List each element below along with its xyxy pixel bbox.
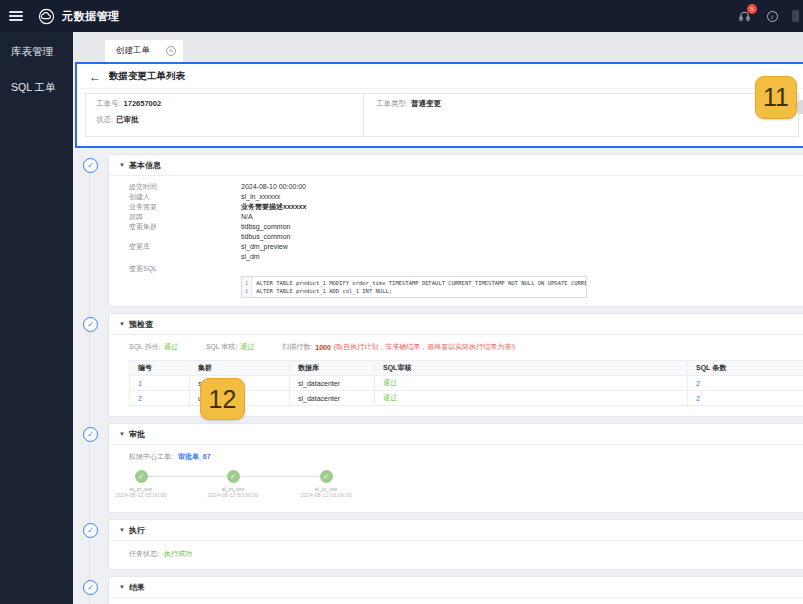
field-value: tidbsg_common <box>241 222 290 232</box>
field-label: 变更库 <box>129 242 241 252</box>
review-result-cell: 通过 <box>383 379 397 386</box>
approved-check-icon: ✓ <box>135 470 148 483</box>
clipped-element <box>797 100 803 114</box>
page-title: 数据变更工单列表 <box>109 70 185 83</box>
column-header: 集群 <box>190 361 290 376</box>
sql-line-number: 1 <box>245 279 248 287</box>
step-check-icon: ✓ <box>83 427 98 442</box>
som-marker-12: 12 <box>200 378 245 420</box>
tab-close-icon[interactable]: × <box>166 46 176 56</box>
column-header: 编号 <box>130 361 190 376</box>
sql-code-viewer[interactable]: 1 2 ALTER TABLE product_1 MODIFY order_t… <box>241 276 587 298</box>
field-value: tidbus_common <box>241 232 792 242</box>
order-type-value: 普通变更 <box>411 99 441 108</box>
status-label: 状态: <box>96 115 113 124</box>
sql-field-label: 变更SQL <box>129 264 241 274</box>
order-type-label: 工单类型: <box>376 99 408 108</box>
top-bar: 元数据管理 5 i <box>0 0 803 32</box>
collapse-icon: ▼ <box>119 431 125 437</box>
approval-step: ✓ sl_in_xxx 2024-08-12 00:00:00 <box>96 470 186 499</box>
tab-create-ticket[interactable]: 创建工单 × <box>105 40 183 62</box>
task-status-value: 执行成功 <box>164 550 192 557</box>
sidebar-item-table-management[interactable]: 库表管理 <box>0 36 73 68</box>
row-index-link[interactable]: 2 <box>138 395 142 402</box>
step-check-icon: ✓ <box>83 523 98 538</box>
permission-ticket-label: 权限中心工单: <box>129 453 173 460</box>
section-result-header[interactable]: ▼结果 <box>109 577 803 598</box>
sql-line: ALTER TABLE product_1 ADD col_1 INT NULL… <box>256 287 582 295</box>
row-index-link[interactable]: 1 <box>138 380 142 387</box>
approval-step: ✓ sl_in_xxx 2024-08-12 00:00:00 <box>281 470 371 499</box>
sidebar-item-sql-ticket[interactable]: SQL 工单 <box>0 72 73 104</box>
approval-ticket-link[interactable]: 审批单_67 <box>178 453 211 460</box>
field-label: 提交时间 <box>129 182 241 192</box>
scan-rows-note: (取自执行计划，非准确结果，最终要以实际执行结果为准!) <box>334 342 516 352</box>
tab-label: 创建工单 <box>116 45 150 57</box>
step-check-icon: ✓ <box>83 158 98 173</box>
table-header-row: 编号 集群 数据库 SQL审核 SQL 条数 <box>130 361 803 376</box>
approval-flow: ✓ sl_in_xxx 2024-08-12 00:00:00 ✓ sl_in_… <box>129 470 369 504</box>
collapse-icon: ▼ <box>119 584 125 590</box>
order-no-value: 172657002 <box>124 99 162 108</box>
field-value: N/A <box>241 212 253 222</box>
collapse-icon: ▼ <box>119 162 125 168</box>
sql-split-label: SQL 拆分: <box>129 342 161 352</box>
field-label: 创建人 <box>129 192 241 202</box>
collapse-icon: ▼ <box>119 527 125 533</box>
order-no-label: 工单号: <box>96 99 121 108</box>
som-marker-11: 11 <box>755 76 797 119</box>
scan-rows-label: 扫描行数: <box>282 342 312 352</box>
approval-time: 2024-08-12 00:00:00 <box>188 492 278 499</box>
section-approval: ✓ ▼审批 权限中心工单: 审批单_67 ✓ sl_in_xxx 2024-08… <box>108 423 803 513</box>
notification-icon[interactable]: 5 <box>736 8 752 24</box>
sql-review-label: SQL 审核: <box>206 342 238 352</box>
column-header: SQL 条数 <box>688 361 803 376</box>
sections-timeline: ✓ ▼基本信息 提交时间2024-08-10 00:00:00 创建人sl_in… <box>75 154 803 604</box>
section-basic-header[interactable]: ▼基本信息 <box>109 155 803 176</box>
scan-rows-value: 1000 <box>315 344 331 351</box>
clipped-toolbar-icon[interactable] <box>792 10 799 22</box>
database-cell: sl_datacenter <box>290 391 375 406</box>
section-result: ✓ ▼结果 任务状态: 执行成功 编号 集群 数据库 开始时间 结束时间 SQL… <box>108 576 803 604</box>
section-execution-header[interactable]: ▼执行 <box>109 520 803 541</box>
order-header-card: ← 数据变更工单列表 工单号:172657002 状态:已审批 工单类型:普通变… <box>75 62 803 148</box>
sql-count-link[interactable]: 2 <box>696 395 700 402</box>
approved-check-icon: ✓ <box>320 470 333 483</box>
status-value: 已审批 <box>116 115 139 124</box>
sql-review-value: 通过 <box>240 342 254 352</box>
section-basic-info: ✓ ▼基本信息 提交时间2024-08-10 00:00:00 创建人sl_in… <box>108 154 803 307</box>
column-header: 数据库 <box>290 361 375 376</box>
step-check-icon: ✓ <box>83 317 98 332</box>
task-status-label: 任务状态: <box>129 550 159 557</box>
app-logo-icon <box>38 8 55 25</box>
notification-badge: 5 <box>747 4 757 14</box>
approval-time: 2024-08-12 00:00:00 <box>96 492 186 499</box>
field-label: 业务需要 <box>129 202 241 212</box>
database-cell: sl_datacenter <box>290 376 375 391</box>
approval-time: 2024-08-12 00:00:00 <box>281 492 371 499</box>
field-value: sl_in_xxxxxx <box>241 192 280 202</box>
column-header: SQL审核 <box>375 361 688 376</box>
section-execution: ✓ ▼执行 任务状态: 执行成功 <box>108 519 803 570</box>
menu-icon[interactable] <box>9 11 23 21</box>
sql-line-number: 2 <box>245 287 248 295</box>
field-value: 2024-08-10 00:00:00 <box>241 182 306 192</box>
field-label: 变更集群 <box>129 222 241 232</box>
step-check-icon: ✓ <box>83 580 98 595</box>
info-icon[interactable]: i <box>764 8 780 24</box>
collapse-icon: ▼ <box>119 321 125 327</box>
approved-check-icon: ✓ <box>227 470 240 483</box>
order-summary: 工单号:172657002 状态:已审批 工单类型:普通变更 <box>85 93 799 137</box>
field-value: 业务需要描述xxxxxx <box>241 202 306 212</box>
approval-step: ✓ sl_in_xxx 2024-08-12 00:00:00 <box>188 470 278 499</box>
section-approval-header[interactable]: ▼审批 <box>109 424 803 445</box>
field-label: 原因 <box>129 212 241 222</box>
field-value: sl_dm_preview <box>241 242 288 252</box>
sql-count-link[interactable]: 2 <box>696 380 700 387</box>
section-precheck-header[interactable]: ▼预检查 <box>109 314 803 335</box>
app-title: 元数据管理 <box>62 9 120 24</box>
main-content: 创建工单 × ← 数据变更工单列表 工单号:172657002 状态:已审批 工… <box>73 32 803 604</box>
sidebar: 库表管理 SQL 工单 <box>0 32 73 604</box>
back-icon[interactable]: ← <box>89 72 101 82</box>
review-result-cell: 通过 <box>383 394 397 401</box>
